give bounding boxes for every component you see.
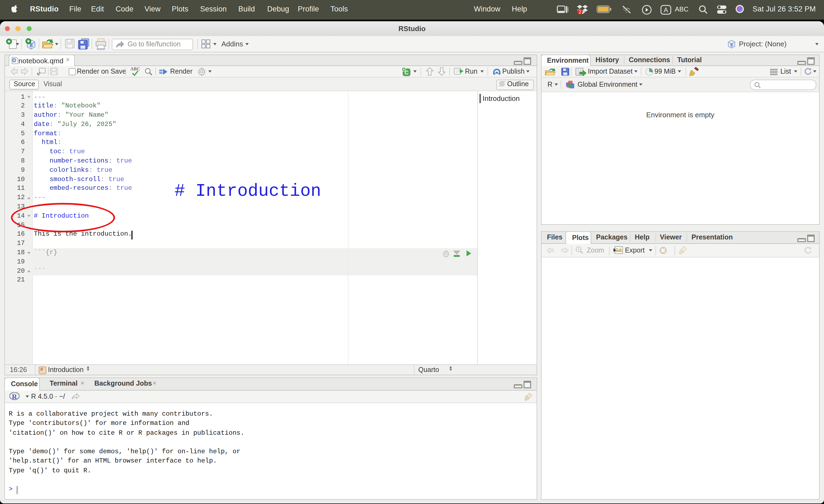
svg-text:2: 2 (579, 10, 581, 14)
svg-text:A: A (664, 6, 668, 14)
svg-text:R: R (12, 393, 17, 400)
svg-text:R: R (730, 42, 733, 47)
